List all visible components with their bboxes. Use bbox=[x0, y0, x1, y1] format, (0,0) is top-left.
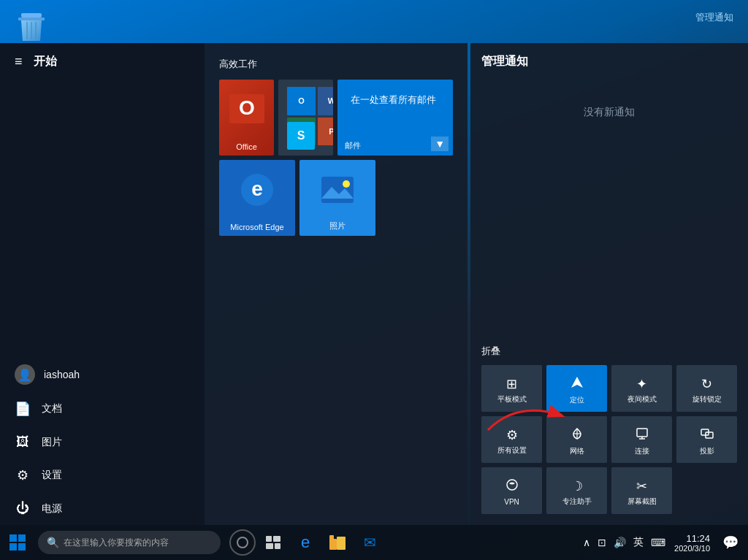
start-button[interactable] bbox=[0, 525, 35, 560]
docs-label: 文档 bbox=[42, 402, 62, 415]
photos-tile-label: 照片 bbox=[299, 220, 375, 231]
qa-network-label: 网络 bbox=[570, 447, 584, 456]
qa-night-mode[interactable]: ✦ 夜间模式 bbox=[611, 365, 672, 412]
svg-rect-25 bbox=[18, 543, 26, 551]
start-menu-tiles: 高效工作 O Office bbox=[205, 43, 468, 525]
taskbar: 🔍 在这里输入你要搜索的内容 e bbox=[0, 525, 748, 560]
vpn-icon bbox=[505, 478, 519, 495]
qa-tablet-mode[interactable]: ⊞ 平板模式 bbox=[481, 365, 542, 412]
qa-connect[interactable]: 连接 bbox=[611, 416, 672, 463]
power-icon: ⏻ bbox=[15, 501, 31, 516]
task-view-button[interactable] bbox=[259, 528, 288, 557]
pics-icon: 🖼 bbox=[15, 434, 31, 450]
network-icon bbox=[570, 427, 584, 444]
collapse-button[interactable]: 折叠 bbox=[481, 345, 737, 358]
svg-rect-28 bbox=[273, 536, 280, 542]
svg-rect-15 bbox=[637, 429, 647, 437]
qa-empty bbox=[676, 467, 737, 514]
start-bottom-menu: 📄 文档 🖼 图片 ⚙ 设置 ⏻ 电源 bbox=[0, 392, 205, 525]
sidebar-item-settings[interactable]: ⚙ 设置 bbox=[0, 459, 205, 492]
user-avatar-icon: 👤 bbox=[15, 364, 35, 385]
svg-rect-33 bbox=[337, 537, 346, 550]
taskbar-right: ∧ ⊡ 🔊 英 ⌨ 11:24 2020/3/10 💬 bbox=[580, 525, 748, 560]
qa-vpn[interactable]: VPN bbox=[481, 467, 542, 514]
start-menu: ≡ 开始 👤 iashoah 📄 文档 🖼 图片 ⚙ bbox=[0, 43, 468, 525]
svg-point-20 bbox=[507, 480, 517, 490]
focus-assist-icon: ☽ bbox=[571, 478, 583, 494]
qa-settings-label: 所有设置 bbox=[497, 446, 527, 455]
section-title-high-efficiency: 高效工作 bbox=[219, 58, 453, 71]
tray-volume-icon[interactable]: 🔊 bbox=[611, 537, 629, 548]
mail-tile-main-text: 在一处查看所有邮件 bbox=[351, 93, 436, 107]
qa-focus-label: 专注助手 bbox=[562, 497, 592, 506]
qa-screenshot-label: 屏幕截图 bbox=[627, 497, 657, 506]
taskbar-explorer-icon[interactable] bbox=[323, 528, 352, 557]
qa-project-label: 投影 bbox=[700, 447, 714, 456]
svg-rect-0 bbox=[21, 13, 42, 18]
start-title: 开始 bbox=[34, 54, 57, 69]
hamburger-icon[interactable]: ≡ bbox=[15, 54, 23, 69]
rotation-lock-icon: ↻ bbox=[701, 376, 712, 392]
tiles-section: O Office O bbox=[219, 80, 453, 236]
qa-night-label: 夜间模式 bbox=[627, 395, 657, 404]
svg-point-11 bbox=[343, 180, 350, 188]
desktop: 回收站 管理通知 ≡ 开始 👤 iashoah 📄 文档 🖼 bbox=[0, 0, 748, 560]
user-name: iashoah bbox=[44, 369, 80, 380]
sidebar-item-pics[interactable]: 🖼 图片 bbox=[0, 426, 205, 459]
action-center: 管理通知 没有新通知 折叠 ⊞ 平板模式 定位 bbox=[470, 43, 748, 525]
cortana-button[interactable] bbox=[229, 529, 256, 556]
tray-chevron-icon[interactable]: ∧ bbox=[580, 537, 593, 548]
photos-tile[interactable]: 照片 bbox=[299, 160, 375, 236]
tray-network-icon[interactable]: ⊡ bbox=[595, 537, 609, 548]
start-menu-left: ≡ 开始 👤 iashoah 📄 文档 🖼 图片 ⚙ bbox=[0, 43, 205, 525]
qa-rotation-label: 旋转锁定 bbox=[692, 395, 722, 404]
manage-notifications-btn[interactable]: 管理通知 bbox=[695, 11, 733, 24]
taskbar-edge-icon[interactable]: e bbox=[291, 528, 320, 557]
svg-rect-29 bbox=[266, 543, 273, 549]
qa-rotation-lock[interactable]: ↻ 旋转锁定 bbox=[676, 365, 737, 412]
connect-icon bbox=[636, 427, 649, 444]
docs-icon: 📄 bbox=[15, 401, 31, 417]
search-placeholder: 在这里输入你要搜索的内容 bbox=[64, 537, 169, 549]
qa-project[interactable]: 投影 bbox=[676, 416, 737, 463]
tray-lang-icon[interactable]: 英 bbox=[630, 536, 646, 549]
taskbar-mail-icon[interactable]: ✉ bbox=[355, 528, 384, 557]
tray-icons: ∧ ⊡ 🔊 英 ⌨ bbox=[580, 536, 668, 549]
mail-tile[interactable]: 在一处查看所有邮件 邮件 ▼ bbox=[337, 80, 453, 156]
qa-all-settings[interactable]: ⚙ 所有设置 bbox=[481, 416, 542, 463]
settings-icon: ⚙ bbox=[15, 467, 31, 483]
edge-tile[interactable]: e Microsoft Edge bbox=[219, 160, 295, 236]
night-mode-icon: ✦ bbox=[636, 376, 647, 392]
tiles-row-2: e Microsoft Edge bbox=[219, 160, 453, 236]
screenshot-icon: ✂ bbox=[636, 478, 647, 494]
svg-rect-9 bbox=[321, 177, 354, 203]
qa-focus-assist[interactable]: ☽ 专注助手 bbox=[546, 467, 607, 514]
search-icon: 🔍 bbox=[47, 537, 59, 548]
qa-screenshot[interactable]: ✂ 屏幕截图 bbox=[611, 467, 672, 514]
notification-center-button[interactable]: 💬 bbox=[716, 525, 745, 560]
tray-keyboard-icon[interactable]: ⌨ bbox=[648, 537, 668, 548]
user-info[interactable]: 👤 iashoah bbox=[0, 356, 205, 394]
clock-time: 11:24 bbox=[674, 533, 710, 544]
qa-location[interactable]: 定位 bbox=[546, 365, 607, 412]
system-clock[interactable]: 11:24 2020/3/10 bbox=[668, 533, 716, 553]
project-icon bbox=[701, 427, 714, 444]
qa-tablet-label: 平板模式 bbox=[497, 395, 527, 404]
taskbar-quick-icons: e ✉ bbox=[226, 528, 384, 557]
svg-point-26 bbox=[237, 537, 248, 548]
office-tile[interactable]: O Office bbox=[219, 80, 274, 156]
search-bar[interactable]: 🔍 在这里输入你要搜索的内容 bbox=[38, 531, 221, 554]
sidebar-item-docs[interactable]: 📄 文档 bbox=[0, 392, 205, 426]
sidebar-item-power[interactable]: ⏻ 电源 bbox=[0, 492, 205, 525]
qa-network[interactable]: 网络 bbox=[546, 416, 607, 463]
mini-apps-tile[interactable]: O W X P bbox=[278, 80, 333, 156]
all-settings-icon: ⚙ bbox=[506, 427, 518, 443]
mail-chevron-icon: ▼ bbox=[431, 137, 449, 151]
tiles-row-1: O Office O bbox=[219, 80, 453, 156]
no-notification-text: 没有新通知 bbox=[481, 106, 737, 119]
action-center-header: 管理通知 bbox=[481, 54, 737, 69]
qa-connect-label: 连接 bbox=[635, 447, 649, 456]
power-label: 电源 bbox=[42, 502, 62, 515]
mail-tile-label: 邮件 bbox=[345, 140, 361, 151]
settings-label: 设置 bbox=[42, 469, 62, 482]
